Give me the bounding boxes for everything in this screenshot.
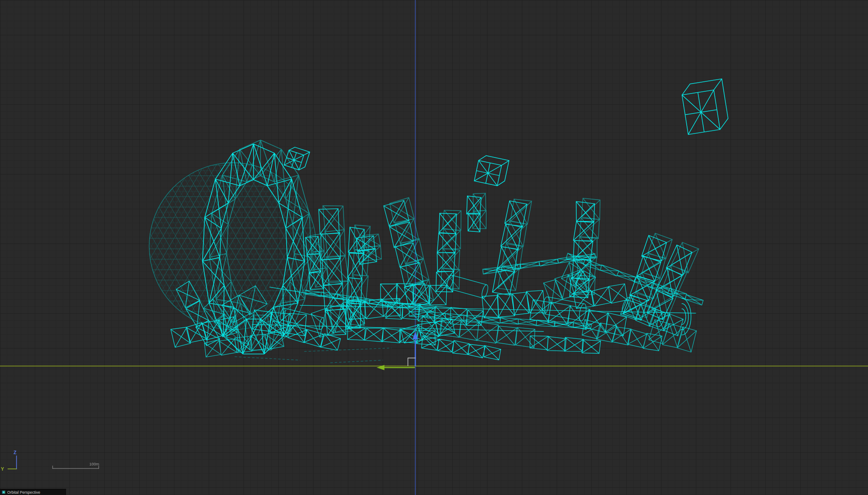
scale-bar: 100m	[89, 462, 99, 466]
wireframe-scene: Z Y 100m	[0, 0, 868, 495]
taskbar-app-button[interactable]: ▣ Orbital Perspective	[0, 489, 66, 495]
app-label: Orbital Perspective	[7, 490, 40, 495]
plane-bracket	[408, 358, 415, 366]
scale-bar-label: 100m	[89, 462, 99, 466]
axis-z-label: Z	[13, 450, 17, 455]
nested-arcs	[682, 298, 691, 335]
3d-viewport[interactable]: Z Y 100m ▣ Orbital Perspective	[0, 0, 868, 495]
floating-cubes	[284, 79, 729, 187]
app-window-icon: ▣	[2, 490, 6, 494]
hud-lines	[8, 456, 99, 469]
world-axes	[0, 0, 868, 495]
truss-towers	[305, 193, 699, 336]
axis-y-label: Y	[1, 466, 4, 472]
view-axis-indicator: Z Y	[1, 450, 17, 472]
